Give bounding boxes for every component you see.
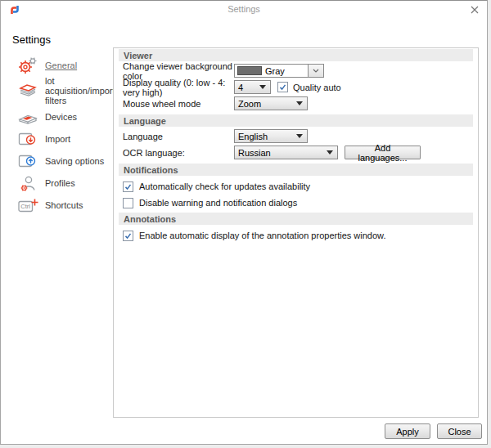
check-updates-row: Automatically check for updates availabi…: [123, 181, 478, 192]
ocr-language-select[interactable]: Russian: [234, 146, 338, 159]
ui-language-select[interactable]: English: [234, 129, 308, 143]
section-header-annotations: Annotations: [119, 213, 473, 225]
annotation-auto-display-checkbox[interactable]: [123, 231, 133, 241]
close-button[interactable]: Close: [437, 423, 482, 439]
ui-language-value: English: [235, 132, 296, 141]
ocr-language-label: OCR language:: [123, 148, 234, 158]
title-bar: Settings: [1, 1, 487, 19]
section-title: Notifications: [124, 165, 178, 175]
display-quality-row: Display quality (0: low - 4: very high) …: [123, 80, 478, 94]
mouse-wheel-mode-select[interactable]: Zoom: [234, 96, 308, 110]
sidebar-item-label: lot acquisition/import filters: [45, 76, 112, 105]
sidebar-heading: Settings: [12, 34, 113, 46]
sidebar-item-saving-options[interactable]: Saving options: [17, 150, 113, 172]
sidebar-item-shortcuts[interactable]: Ctrl Shortcuts: [17, 194, 113, 216]
section-header-language: Language: [119, 114, 473, 127]
sidebar-item-profiles[interactable]: Profiles: [17, 172, 113, 194]
section-title: Viewer: [124, 51, 152, 60]
sidebar-item-devices[interactable]: Devices: [17, 105, 113, 128]
ui-language-row: Language English: [123, 129, 478, 143]
ui-language-label: Language: [123, 132, 234, 141]
dropdown-arrow-icon: [296, 101, 303, 105]
display-quality-label: Display quality (0: low - 4: very high): [123, 78, 234, 97]
display-quality-value: 4: [235, 83, 259, 92]
gears-icon: [17, 56, 38, 75]
window-title: Settings: [1, 4, 487, 14]
disable-dialogs-label: Disable warning and notification dialogs: [139, 198, 297, 208]
annotation-auto-display-row: Enable automatic display of the annotati…: [123, 230, 478, 241]
user-profile-icon: [17, 173, 38, 193]
background-color-value: Gray: [262, 66, 308, 76]
ctrl-key-icon: Ctrl: [17, 195, 38, 215]
dropdown-arrow-icon: [259, 85, 266, 89]
window-frame: Settings Settings: [0, 0, 488, 445]
mouse-wheel-mode-row: Mouse wheel mode Zoom: [123, 96, 478, 110]
section-header-notifications: Notifications: [119, 164, 473, 176]
sidebar-item-import[interactable]: Import: [17, 128, 113, 150]
import-document-icon: [17, 129, 38, 149]
sidebar-item-label: Import: [45, 134, 112, 144]
mouse-wheel-label: Mouse wheel mode: [123, 99, 234, 109]
quality-auto-checkbox[interactable]: [277, 82, 288, 92]
sidebar-item-label: General: [45, 60, 112, 70]
disable-dialogs-checkbox[interactable]: [123, 198, 133, 208]
ocr-language-value: Russian: [235, 148, 327, 158]
sidebar: Settings General: [1, 19, 113, 444]
settings-window: Settings Settings: [0, 0, 491, 448]
section-title: Language: [124, 116, 166, 126]
apply-button[interactable]: Apply: [385, 423, 430, 439]
check-updates-checkbox[interactable]: [123, 181, 133, 192]
check-updates-label: Automatically check for updates availabi…: [139, 181, 310, 191]
section-title: Annotations: [124, 214, 176, 224]
save-document-icon: [17, 151, 38, 171]
background-color-select[interactable]: Gray: [234, 64, 324, 78]
sidebar-item-label: Saving options: [45, 156, 112, 166]
sidebar-item-lot-acquisition-import-filters[interactable]: lot acquisition/import filters: [17, 76, 113, 105]
sidebar-item-label: Devices: [45, 112, 112, 122]
add-languages-button[interactable]: Add languages...: [345, 146, 421, 159]
sidebar-item-general[interactable]: General: [17, 54, 113, 76]
viewer-background-color-row: Change viewer background color Gray: [123, 64, 478, 78]
dropdown-arrow-icon: [296, 134, 303, 138]
svg-text:Ctrl: Ctrl: [20, 203, 30, 210]
settings-panel: Viewer Change viewer background color Gr…: [113, 47, 479, 418]
mouse-wheel-value: Zoom: [235, 99, 296, 109]
section-header-viewer: Viewer: [119, 49, 473, 61]
dropdown-arrow-icon: [327, 150, 333, 155]
sidebar-item-label: Profiles: [45, 178, 112, 188]
gray-color-swatch: [237, 66, 262, 75]
ocr-language-row: OCR language: Russian Add languages...: [123, 146, 478, 159]
sidebar-item-label: Shortcuts: [45, 200, 112, 210]
close-icon[interactable]: [470, 5, 480, 15]
scanner-icon: [17, 107, 38, 127]
annotation-auto-display-label: Enable automatic display of the annotati…: [139, 231, 385, 240]
quality-auto-label: Quality auto: [293, 83, 341, 92]
disable-dialogs-row: Disable warning and notification dialogs: [123, 197, 478, 208]
paper-stack-icon: [17, 81, 38, 101]
display-quality-select[interactable]: 4: [234, 80, 271, 94]
chevron-down-icon[interactable]: [308, 65, 323, 77]
